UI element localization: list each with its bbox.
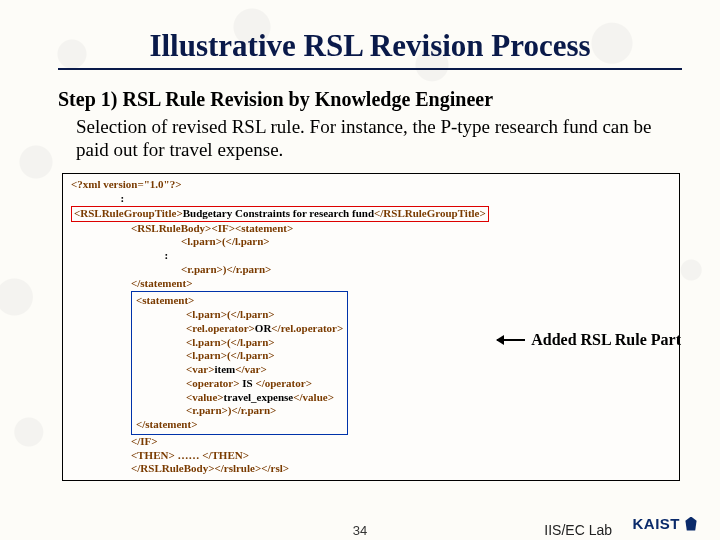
slide: Illustrative RSL Revision Process Step 1… <box>0 0 720 540</box>
code-line: <r.parn>)</r.parn> <box>181 263 271 275</box>
lab-label: IIS/EC Lab <box>544 522 612 538</box>
code-line: <THEN> …… </THEN> <box>131 449 249 461</box>
step-description: Selection of revised RSL rule. For insta… <box>76 115 682 161</box>
arrow-left-icon <box>497 339 525 341</box>
code-line: <?xml version="1.0"?> <box>71 178 181 190</box>
code-line: </RSLRuleBody></rslrule></rsl> <box>131 462 289 474</box>
step-heading: Step 1) RSL Rule Revision by Knowledge E… <box>58 88 682 111</box>
code-line: </IF> <box>131 435 158 447</box>
code-dots <box>71 192 121 204</box>
code-line: </statement> <box>131 277 192 289</box>
added-rule-label: Added RSL Rule Part <box>497 330 681 350</box>
code-box: <?xml version="1.0"?> : <RSLRuleGroupTit… <box>62 173 680 481</box>
page-number: 34 <box>353 523 367 538</box>
highlight-group-title: <RSLRuleGroupTitle>Budgetary Constraints… <box>71 206 489 222</box>
slide-title: Illustrative RSL Revision Process <box>58 28 682 70</box>
kaist-logo: KAIST <box>633 515 699 532</box>
added-rule-box: <statement> <l.parn>(</l.parn> <rel.oper… <box>131 291 348 435</box>
logo-icon <box>684 517 698 531</box>
code-line: <l.parn>(</l.parn> <box>181 235 270 247</box>
code-line: <RSLRuleBody><IF><statement> <box>131 222 293 234</box>
